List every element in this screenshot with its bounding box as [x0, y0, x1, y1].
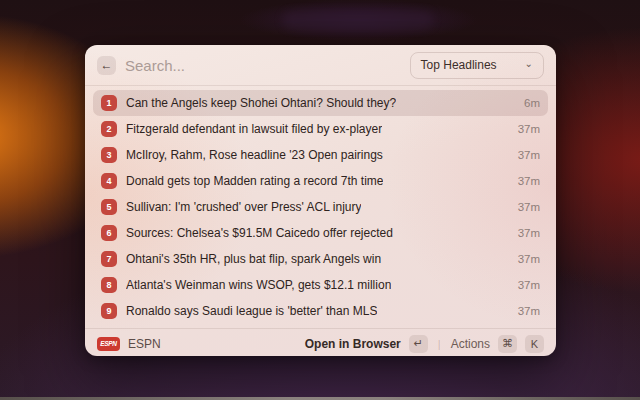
headline-time: 37m — [518, 175, 540, 187]
back-button[interactable]: ← — [97, 56, 116, 75]
list-item[interactable]: 1Can the Angels keep Shohei Ohtani? Shou… — [93, 90, 548, 116]
headline-title: Can the Angels keep Shohei Ohtani? Shoul… — [126, 96, 396, 110]
headline-time: 37m — [518, 253, 540, 265]
footer-divider-glyph: | — [438, 338, 441, 350]
headline-time: 37m — [518, 149, 540, 161]
headline-time: 6m — [524, 97, 540, 109]
headline-time: 37m — [518, 227, 540, 239]
espn-logo-icon: ESPN — [97, 337, 120, 351]
headline-title: Sources: Chelsea's $91.5M Caicedo offer … — [126, 226, 393, 240]
headline-title: McIlroy, Rahm, Rose headline '23 Open pa… — [126, 148, 383, 162]
rank-badge: 5 — [101, 199, 117, 215]
chevron-down-icon: ⌄ — [525, 58, 533, 69]
headline-time: 37m — [518, 123, 540, 135]
headline-title: Sullivan: I'm 'crushed' over Press' ACL … — [126, 200, 361, 214]
launcher-window: ← Top Headlines ⌄ 1Can the Angels keep S… — [85, 45, 556, 356]
footer-bar: ESPN ESPN Open in Browser ↵ | Actions ⌘ … — [85, 329, 556, 358]
app-name: ESPN — [128, 337, 161, 351]
rank-badge: 7 — [101, 251, 117, 267]
search-bar: ← Top Headlines ⌄ — [85, 45, 556, 85]
rank-badge: 4 — [101, 173, 117, 189]
return-key-badge: ↵ — [409, 335, 428, 353]
list-item[interactable]: 7Ohtani's 35th HR, plus bat flip, spark … — [93, 246, 548, 272]
headline-time: 37m — [518, 201, 540, 213]
rank-badge: 3 — [101, 147, 117, 163]
command-key-badge: ⌘ — [498, 335, 517, 353]
headline-list: 1Can the Angels keep Shohei Ohtani? Shou… — [85, 86, 556, 328]
headline-title: Atlanta's Weinman wins WSOP, gets $12.1 … — [126, 278, 391, 292]
k-key-badge: K — [525, 335, 544, 353]
list-item[interactable]: 2Fitzgerald defendant in lawsuit filed b… — [93, 116, 548, 142]
headlines-filter-dropdown[interactable]: Top Headlines ⌄ — [410, 52, 544, 79]
rank-badge: 2 — [101, 121, 117, 137]
rank-badge: 8 — [101, 277, 117, 293]
dropdown-value: Top Headlines — [421, 58, 497, 72]
wallpaper-blur-blob — [283, 12, 433, 28]
list-item[interactable]: 3McIlroy, Rahm, Rose headline '23 Open p… — [93, 142, 548, 168]
headline-title: Donald gets top Madden rating a record 7… — [126, 174, 383, 188]
headline-title: Ronaldo says Saudi league is 'better' th… — [126, 304, 377, 318]
headline-title: Fitzgerald defendant in lawsuit filed by… — [126, 122, 382, 136]
headline-time: 37m — [518, 279, 540, 291]
back-arrow-icon: ← — [101, 58, 113, 72]
rank-badge: 1 — [101, 95, 117, 111]
search-input[interactable] — [125, 57, 401, 74]
list-item[interactable]: 9Ronaldo says Saudi league is 'better' t… — [93, 298, 548, 324]
list-item[interactable]: 4Donald gets top Madden rating a record … — [93, 168, 548, 194]
open-in-browser-action[interactable]: Open in Browser — [305, 337, 401, 351]
actions-menu-button[interactable]: Actions — [451, 337, 490, 351]
list-item[interactable]: 5Sullivan: I'm 'crushed' over Press' ACL… — [93, 194, 548, 220]
rank-badge: 9 — [101, 303, 117, 319]
headline-title: Ohtani's 35th HR, plus bat flip, spark A… — [126, 252, 381, 266]
rank-badge: 6 — [101, 225, 117, 241]
list-item[interactable]: 6Sources: Chelsea's $91.5M Caicedo offer… — [93, 220, 548, 246]
headline-time: 37m — [518, 305, 540, 317]
list-item[interactable]: 8Atlanta's Weinman wins WSOP, gets $12.1… — [93, 272, 548, 298]
